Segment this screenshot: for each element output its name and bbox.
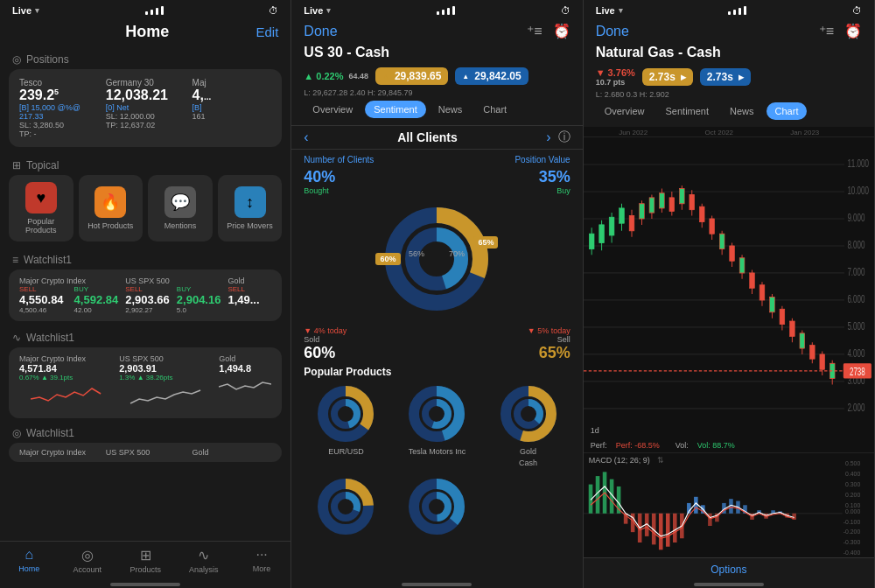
svg-text:56%: 56%	[409, 249, 424, 258]
candlestick-area[interactable]: Jun 2022 Oct 2022 Jan 2023 11.000 10.000	[584, 127, 874, 557]
gold-chart-item[interactable]: Gold 1,494.8	[219, 354, 271, 411]
gold-item[interactable]: Gold SELL 1,49...	[228, 276, 271, 314]
svg-text:5.000: 5.000	[847, 321, 864, 332]
tab-overview-2[interactable]: Overview	[304, 101, 361, 118]
svg-rect-81	[760, 285, 765, 300]
alarm-icon[interactable]: ⏰	[553, 23, 570, 39]
nav-more[interactable]: ··· More	[233, 547, 290, 574]
home-indicator-2	[402, 583, 472, 586]
buy-price-box-3[interactable]: 2.73s ▶	[700, 68, 751, 86]
tab-news-3[interactable]: News	[721, 102, 763, 120]
signal-bars-1	[145, 6, 164, 15]
instrument-row-2: US 30 - Cash	[291, 45, 582, 64]
popular-tesla[interactable]: Tesla Motors Inc	[395, 383, 479, 467]
svg-text:-0.300: -0.300	[843, 540, 860, 546]
bottom-nav: ⌂ Home ◎ Account ⊞ Products ∿ Analysis ·…	[0, 541, 290, 581]
prev-arrow[interactable]: ‹	[304, 130, 308, 145]
done-button-2[interactable]: Done	[304, 24, 337, 39]
tab-sentiment-2[interactable]: Sentiment	[365, 101, 426, 118]
donut-label-65: 65%	[473, 236, 498, 248]
popular-gold[interactable]: Gold Cash	[486, 383, 570, 467]
instrument-name-2: US 30 - Cash	[304, 45, 570, 60]
svg-text:-0.400: -0.400	[843, 550, 860, 556]
popular-eurusd[interactable]: EUR/USD	[304, 383, 388, 467]
tab-chart-3[interactable]: Chart	[766, 102, 808, 120]
position-germany30[interactable]: Germany 30 12,038.21 [0] Net SL: 12,000.…	[106, 78, 186, 138]
crypto-index-item[interactable]: Major Crypto Index SELL 4,550.84 4,500.4…	[19, 276, 118, 314]
change-badge-3: ▼ 3.76% 10.7 pts	[596, 67, 635, 87]
panel-chart: Live ▾ ⏱ Done ⁺≡ ⏰ Natural Gas - Cash ▼ …	[584, 0, 875, 588]
positions-label: ◎ Positions	[0, 48, 290, 69]
svg-rect-65	[679, 189, 684, 204]
more-donut-1[interactable]	[304, 476, 388, 537]
crypto-mini-chart	[19, 382, 112, 408]
panel-sentiment: Live ▾ ⏱ Done ⁺≡ ⏰ US 30 - Cash ▲ 0.22% …	[291, 0, 583, 588]
topical-movers[interactable]: ↕ Price Movers	[218, 175, 283, 242]
macd-label: MACD (12; 26; 9) ⇅	[589, 456, 665, 465]
svg-rect-59	[649, 198, 654, 213]
perf-vol-row: Perf: Perf: -68.5% Vol: Vol: 88.7%	[584, 438, 874, 452]
popular-title: Popular Products	[304, 366, 570, 378]
home-indicator-3	[694, 583, 764, 586]
watchlist1-card: Major Crypto Index SELL 4,550.84 4,500.4…	[9, 270, 282, 321]
more-donut-2[interactable]	[395, 476, 479, 537]
topical-popular[interactable]: ♥ Popular Products	[9, 175, 74, 242]
positions-row: Tesco 239.25 [B] 15,000 @%@ 217.33 SL: 3…	[19, 78, 271, 138]
buy-price-box-2[interactable]: ▲ 29,842.05	[455, 67, 528, 85]
sentiment-nav: ‹ All Clients › ⓘ	[291, 125, 582, 150]
next-arrow[interactable]: ›	[546, 130, 550, 145]
options-button[interactable]: Options	[584, 557, 874, 581]
sell-price-box-3[interactable]: 2.73s ▶	[642, 68, 693, 86]
home-header: Home Edit	[0, 19, 290, 48]
topical-mentions[interactable]: 💬 Mentions	[148, 175, 213, 242]
edit-button[interactable]: Edit	[256, 24, 278, 39]
tab-news-2[interactable]: News	[430, 101, 472, 118]
spx500-item[interactable]: US SPX 500 SELL 2,903.66 2,902.27 BUY 2,…	[125, 276, 220, 314]
add-list-icon[interactable]: ⁺≡	[527, 23, 542, 39]
instrument-row-3: Natural Gas - Cash	[584, 45, 874, 64]
svg-text:-0.200: -0.200	[843, 529, 860, 536]
tabs-row-2: Overview Sentiment News Chart	[291, 101, 582, 125]
nav-products[interactable]: ⊞ Products	[116, 547, 174, 574]
candlestick-svg-wrap[interactable]: 11.000 10.000 9.000 8.000 7.000 6.000 5.…	[584, 137, 874, 438]
clients-labels: Number of Clients Position Value	[304, 155, 570, 164]
more-donuts	[291, 472, 582, 542]
crypto-chart-item[interactable]: Major Crypto Index 4,571.84 0.67% ▲ 39.1…	[19, 354, 112, 411]
add-list-icon-3[interactable]: ⁺≡	[819, 23, 834, 39]
alarm-icon-3[interactable]: ⏰	[844, 23, 862, 39]
tab-chart-2[interactable]: Chart	[474, 101, 515, 118]
nav-analysis[interactable]: ∿ Analysis	[174, 547, 232, 574]
svg-rect-73	[719, 234, 724, 248]
live-indicator-1: Live ▾	[12, 5, 39, 16]
more-donut-3[interactable]	[486, 476, 570, 537]
svg-rect-83	[769, 298, 774, 312]
watchlist3-label: ◎ Watchlist1	[0, 422, 290, 443]
sold-row: ▼ 4% today Sold 60% ▼ 5% today Sell 65%	[291, 326, 582, 362]
done-button-3[interactable]: Done	[596, 24, 629, 39]
live-indicator-3: Live ▾	[596, 5, 623, 16]
mentions-icon: 💬	[164, 186, 196, 218]
svg-text:0.400: 0.400	[845, 471, 860, 477]
panel-home: Live ▾ ⏱ Home Edit ◎ Positions Tesco 239…	[0, 0, 291, 588]
nav-account[interactable]: ◎ Account	[58, 547, 116, 574]
clients-pct: 40% Bought 35% Buy	[304, 168, 570, 195]
watchlist1-label: ≡ Watchlist1	[0, 248, 290, 270]
tab-overview-3[interactable]: Overview	[596, 102, 654, 120]
tab-sentiment-3[interactable]: Sentiment	[657, 102, 718, 120]
info-icon[interactable]: ⓘ	[558, 130, 570, 145]
topical-hot[interactable]: 🔥 Hot Products	[79, 175, 144, 242]
gold-mini-chart	[219, 374, 271, 400]
candlestick-svg: 11.000 10.000 9.000 8.000 7.000 6.000 5.…	[584, 137, 874, 438]
macd-section[interactable]: MACD (12; 26; 9) ⇅ 0.500 0.400 0.300 0.2…	[584, 452, 874, 557]
position-maj[interactable]: Maj 4,... [B] 161	[192, 78, 272, 138]
sell-price-box-2[interactable]: ▲ 29,839.65	[375, 67, 448, 85]
spx-chart-item[interactable]: US SPX 500 2,903.91 1.3% ▲ 38.26pts	[119, 354, 212, 411]
nav-home[interactable]: ⌂ Home	[0, 547, 58, 574]
svg-text:2738: 2738	[850, 366, 865, 377]
position-tesco[interactable]: Tesco 239.25 [B] 15,000 @%@ 217.33 SL: 3…	[19, 78, 99, 138]
page-title: Home	[125, 23, 169, 41]
svg-rect-47	[589, 234, 594, 248]
tabs-row-3: Overview Sentiment News Chart	[584, 102, 874, 127]
price-row-2: ▲ 0.22% 64.48 ▲ 29,839.65 ▲ 29,842.05	[291, 64, 582, 88]
svg-text:11.000: 11.000	[847, 158, 869, 170]
